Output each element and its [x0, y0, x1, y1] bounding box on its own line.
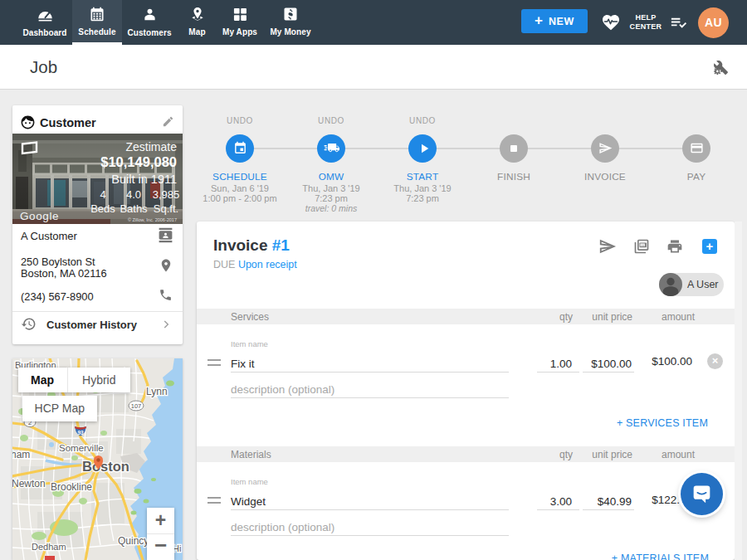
svg-text:Quincy: Quincy [118, 535, 149, 547]
svg-text:Somerville: Somerville [59, 443, 104, 453]
svg-text:ham: ham [12, 449, 30, 460]
svg-text:Lynn: Lynn [146, 386, 168, 397]
svg-text:Brookline: Brookline [51, 481, 92, 493]
svg-text:107: 107 [131, 402, 142, 410]
svg-text:Dedham: Dedham [32, 542, 66, 552]
svg-text:93: 93 [77, 430, 84, 436]
svg-text:Newton: Newton [12, 478, 46, 489]
svg-text:Boston: Boston [82, 459, 129, 474]
